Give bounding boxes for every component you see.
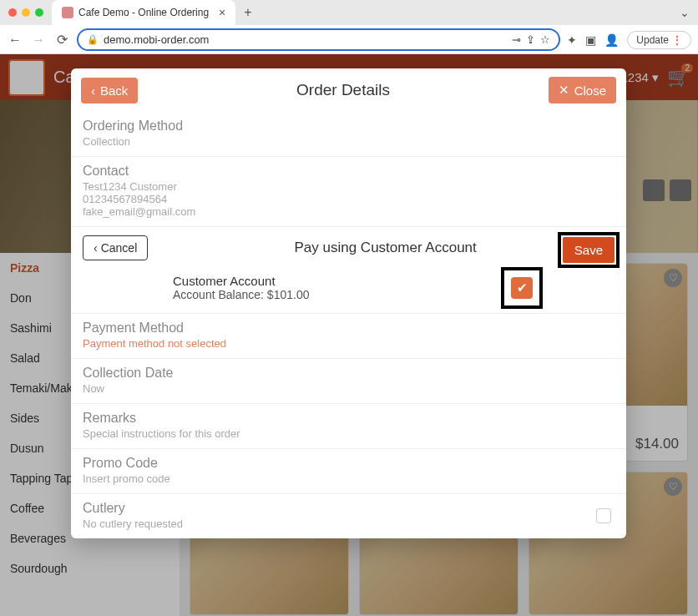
url-text: demo.mobi-order.com — [104, 33, 209, 46]
tab-title: Cafe Demo - Online Ordering — [78, 7, 209, 18]
browser-tab[interactable]: Cafe Demo - Online Ordering × — [52, 0, 235, 25]
highlight-annotation: ✔ — [501, 267, 543, 309]
favicon-icon — [62, 7, 73, 18]
close-button[interactable]: ✕ Close — [549, 77, 616, 104]
maximize-window-icon[interactable] — [35, 8, 43, 17]
highlight-annotation: Save — [558, 232, 620, 268]
section-value: Insert promo code — [83, 472, 615, 485]
pay-panel-title: Pay using Customer Account — [156, 240, 615, 256]
contact-section[interactable]: Contact Test1234 Customer 01234567894564… — [71, 157, 626, 227]
section-heading: Cutlery — [83, 501, 183, 516]
save-button[interactable]: Save — [563, 237, 615, 263]
star-icon[interactable]: ☆ — [540, 33, 550, 46]
update-button[interactable]: Update ⋮ — [627, 31, 691, 49]
minimize-window-icon[interactable] — [22, 8, 30, 17]
cutlery-section[interactable]: Cutlery No cutlery requested — [71, 494, 626, 538]
share-icon[interactable]: ⇪ — [526, 33, 535, 46]
chevron-left-icon: ‹ — [94, 241, 98, 255]
promo-code-section[interactable]: Promo Code Insert promo code — [71, 449, 626, 494]
section-value: No cutlery requested — [83, 518, 183, 530]
ordering-method-section[interactable]: Ordering Method Collection — [71, 112, 626, 157]
section-value: Collection — [83, 135, 615, 148]
close-tab-icon[interactable]: × — [219, 6, 225, 19]
chevron-left-icon: ‹ — [91, 83, 95, 98]
url-input[interactable]: 🔒 demo.mobi-order.com ⊸ ⇪ ☆ — [77, 28, 560, 51]
payment-method-section[interactable]: Payment Method Payment method not select… — [71, 314, 626, 359]
new-tab-button[interactable]: + — [235, 5, 260, 20]
account-label: Customer Account — [173, 274, 309, 288]
address-bar: ← → ⟳ 🔒 demo.mobi-order.com ⊸ ⇪ ☆ ✦ ▣ 👤 … — [0, 25, 698, 54]
section-heading: Contact — [83, 164, 615, 179]
modal-title: Order Details — [138, 81, 548, 99]
customer-account-row[interactable]: Customer Account Account Balance: $101.0… — [71, 269, 626, 314]
tab-bar: Cafe Demo - Online Ordering × + ⌄ — [0, 0, 698, 25]
extensions-icon[interactable]: ✦ — [567, 33, 577, 47]
browser-chrome: Cafe Demo - Online Ordering × + ⌄ ← → ⟳ … — [0, 0, 698, 54]
account-balance: Account Balance: $101.00 — [173, 288, 309, 301]
menu-dots-icon: ⋮ — [672, 34, 682, 46]
section-heading: Collection Date — [83, 366, 615, 381]
section-value: Now — [83, 382, 615, 395]
pay-header-row: ‹ Cancel Pay using Customer Account Save — [71, 227, 626, 269]
profile-icon[interactable]: 👤 — [604, 33, 619, 47]
back-button[interactable]: ‹ Back — [81, 78, 138, 104]
contact-email: fake_email@gmail.com — [83, 205, 615, 218]
window-controls — [0, 8, 52, 17]
cancel-button[interactable]: ‹ Cancel — [83, 235, 148, 260]
panel-icon[interactable]: ▣ — [585, 33, 596, 47]
section-value: Payment method not selected — [83, 337, 615, 350]
forward-icon: → — [30, 33, 47, 48]
order-details-modal: ‹ Back Order Details ✕ Close Ordering Me… — [71, 68, 626, 538]
contact-name: Test1234 Customer — [83, 180, 615, 193]
reload-icon[interactable]: ⟳ — [53, 32, 70, 48]
section-heading: Ordering Method — [83, 119, 615, 134]
close-icon: ✕ — [559, 83, 569, 98]
remarks-section[interactable]: Remarks Special instructions for this or… — [71, 404, 626, 449]
close-window-icon[interactable] — [8, 8, 17, 17]
section-value: Special instructions for this order — [83, 427, 615, 440]
key-icon[interactable]: ⊸ — [512, 33, 521, 46]
cutlery-checkbox[interactable] — [596, 508, 611, 523]
section-heading: Payment Method — [83, 321, 615, 336]
account-selected-checkbox[interactable]: ✔ — [511, 277, 533, 299]
collection-date-section[interactable]: Collection Date Now — [71, 359, 626, 404]
section-heading: Promo Code — [83, 456, 615, 471]
tabs-dropdown-icon[interactable]: ⌄ — [671, 6, 698, 19]
lock-icon: 🔒 — [87, 34, 99, 45]
section-heading: Remarks — [83, 411, 615, 426]
back-icon[interactable]: ← — [7, 33, 23, 48]
check-icon: ✔ — [517, 280, 528, 295]
contact-phone: 01234567894564 — [83, 193, 615, 205]
